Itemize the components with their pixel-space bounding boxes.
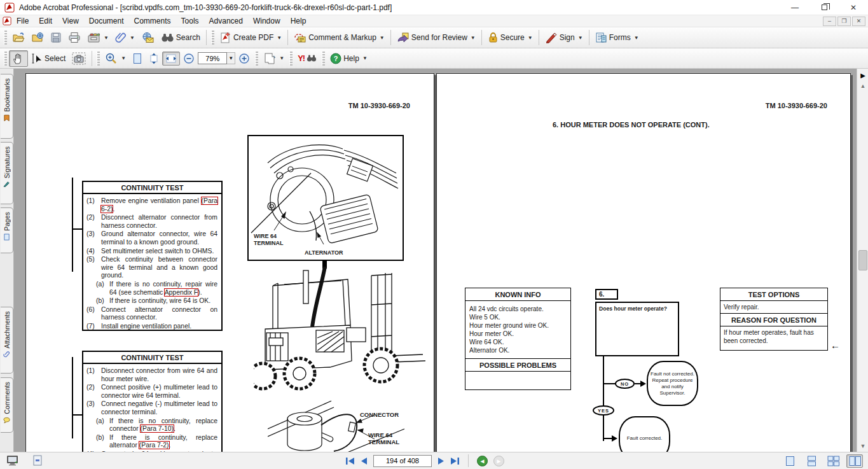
- known-info-list: All 24 vdc circuits operate.Wire 5 OK.Ho…: [465, 301, 570, 358]
- pdf-link-annotation[interactable]: (Para 7-2): [139, 442, 169, 449]
- send-for-review-button[interactable]: Send for Review ▼: [394, 30, 479, 45]
- menu-tools[interactable]: Tools: [176, 16, 204, 26]
- pdf-link-annotation[interactable]: Appendix F: [165, 289, 198, 296]
- snapshot-camera-icon: [72, 52, 86, 65]
- tab-signatures[interactable]: Signatures: [1, 142, 13, 204]
- restore-button[interactable]: [809, 0, 839, 15]
- menu-advanced[interactable]: Advanced: [204, 16, 248, 26]
- step-text: If there is continuity, wire 64 is OK.: [109, 297, 217, 305]
- dropdown-arrow-icon: ▼: [279, 55, 284, 61]
- create-pdf-button[interactable]: Create PDF ▼: [216, 30, 285, 46]
- pane-toggle-arrow[interactable]: ▶: [858, 70, 868, 80]
- menu-help[interactable]: Help: [286, 16, 312, 26]
- sign-pen-icon: [545, 32, 558, 43]
- statusbar: ◄ ►: [0, 452, 868, 469]
- hand-tool-button[interactable]: [9, 50, 28, 67]
- doc-restore-button[interactable]: ❐: [837, 17, 851, 26]
- continuity-test-steps: (1)Disconnect connector from wire 64 and…: [83, 364, 221, 452]
- single-page-view-button[interactable]: [782, 454, 798, 468]
- flowchart-arrowhead: [640, 381, 646, 387]
- zoom-in-button[interactable]: [235, 51, 253, 66]
- menu-document[interactable]: Document: [84, 16, 129, 26]
- email-button[interactable]: [138, 30, 158, 45]
- open-web-page-button[interactable]: [28, 30, 47, 45]
- continuous-view-button[interactable]: [803, 454, 820, 468]
- tab-pages[interactable]: Pages: [1, 207, 13, 253]
- menu-comments[interactable]: Comments: [129, 16, 176, 26]
- fit-width-button[interactable]: [162, 52, 180, 66]
- screen-mode-button[interactable]: [6, 455, 18, 467]
- open-button[interactable]: [9, 30, 28, 45]
- toolbar-grip[interactable]: [289, 52, 293, 66]
- possible-problems-title: POSSIBLE PROBLEMS: [465, 358, 570, 372]
- fit-page-icon: [132, 53, 142, 64]
- attach-button[interactable]: ▼: [112, 30, 138, 45]
- tab-attachments[interactable]: Attachments: [1, 307, 13, 374]
- facing-view-button[interactable]: [846, 454, 863, 468]
- menu-file[interactable]: File: [11, 16, 34, 26]
- scroll-up-arrow[interactable]: ▲: [858, 81, 868, 90]
- step-text: Disconnect alternator connector from har…: [101, 214, 217, 230]
- toolbar-grip[interactable]: [4, 31, 7, 45]
- continuous-facing-view-button[interactable]: [825, 454, 841, 468]
- flowchart-line: [603, 356, 604, 441]
- minimize-button[interactable]: —: [780, 0, 809, 15]
- first-page-button[interactable]: [345, 457, 355, 465]
- search-button[interactable]: Search: [158, 31, 203, 45]
- paperclip-icon: [115, 32, 127, 43]
- last-page-button[interactable]: [450, 457, 460, 465]
- secure-button[interactable]: Secure ▼: [485, 30, 536, 45]
- dropdown-arrow-icon: ▼: [362, 55, 368, 61]
- figure-label-wire64: WIRE 64 TERMINAL: [254, 233, 284, 246]
- doc-minimize-button[interactable]: –: [823, 17, 836, 26]
- comment-markup-button[interactable]: Comment & Markup ▼: [291, 30, 388, 45]
- organizer-button[interactable]: ▼: [84, 30, 112, 45]
- tab-bookmarks[interactable]: Bookmarks: [1, 74, 13, 139]
- toolbar-grip[interactable]: [255, 52, 258, 66]
- scrollbar-thumb[interactable]: [858, 250, 867, 270]
- tab-comments[interactable]: Comments: [1, 377, 13, 433]
- next-view-button[interactable]: ►: [493, 456, 504, 466]
- reason-for-question-title: REASON FOR QUESTION: [720, 314, 827, 326]
- menu-view[interactable]: View: [57, 16, 84, 26]
- forms-button[interactable]: Forms ▼: [592, 30, 642, 45]
- toolbar-grip[interactable]: [97, 52, 100, 66]
- zoom-out-button[interactable]: [180, 51, 198, 66]
- toolbar-grip[interactable]: [4, 52, 7, 66]
- toolbar-grip[interactable]: [322, 52, 325, 66]
- previous-page-button[interactable]: [361, 457, 368, 465]
- help-button[interactable]: ? Help ▼: [327, 51, 371, 66]
- menu-edit[interactable]: Edit: [34, 16, 57, 26]
- scroll-down-arrow[interactable]: ▼: [858, 442, 868, 451]
- sign-button[interactable]: Sign ▼: [542, 30, 586, 45]
- page-navigation: ◄ ►: [345, 454, 504, 467]
- print-button[interactable]: [65, 30, 84, 45]
- toolbar-grip[interactable]: [211, 31, 214, 45]
- procedure-step: (a)If there is no continuity, repair wir…: [96, 281, 217, 297]
- pdf-link-annotation[interactable]: (Para 7-10): [141, 425, 174, 432]
- vertical-scrollbar[interactable]: ▶ ▲ ▼: [857, 69, 868, 452]
- dropdown-arrow-icon: ▼: [104, 35, 109, 41]
- flowchart-arrowhead: [612, 435, 617, 442]
- zoom-tool-button[interactable]: ▼: [102, 50, 129, 67]
- next-page-button[interactable]: [437, 457, 444, 465]
- dropdown-arrow-icon: ▼: [634, 35, 639, 41]
- fit-page-button[interactable]: [129, 51, 146, 66]
- document-canvas[interactable]: TM 10-3930-669-20 CONTINUITY TEST (1)Rem…: [14, 69, 857, 452]
- zoom-level-dropdown[interactable]: ▼: [227, 52, 235, 64]
- doc-close-button[interactable]: ✕: [852, 17, 865, 26]
- snapshot-tool-button[interactable]: [69, 50, 89, 67]
- previous-view-button[interactable]: ◄: [477, 456, 488, 466]
- troubleshooting-heading: 6. HOUR METER DOES NOT OPERATE (CONT).: [553, 121, 710, 129]
- page-layout-buttons: [782, 454, 863, 468]
- fit-height-button[interactable]: [146, 51, 162, 66]
- page-layout-handle[interactable]: [32, 455, 43, 467]
- menu-window[interactable]: Window: [248, 16, 286, 26]
- page-display-button[interactable]: ▼: [260, 50, 287, 66]
- zoom-level-input[interactable]: [198, 52, 227, 64]
- save-button[interactable]: [47, 30, 65, 45]
- page-number-input[interactable]: [373, 455, 432, 467]
- yahoo-toolbar-button[interactable]: Y!: [294, 52, 320, 65]
- close-button[interactable]: ✕: [839, 0, 868, 15]
- select-tool-button[interactable]: Select: [28, 51, 69, 66]
